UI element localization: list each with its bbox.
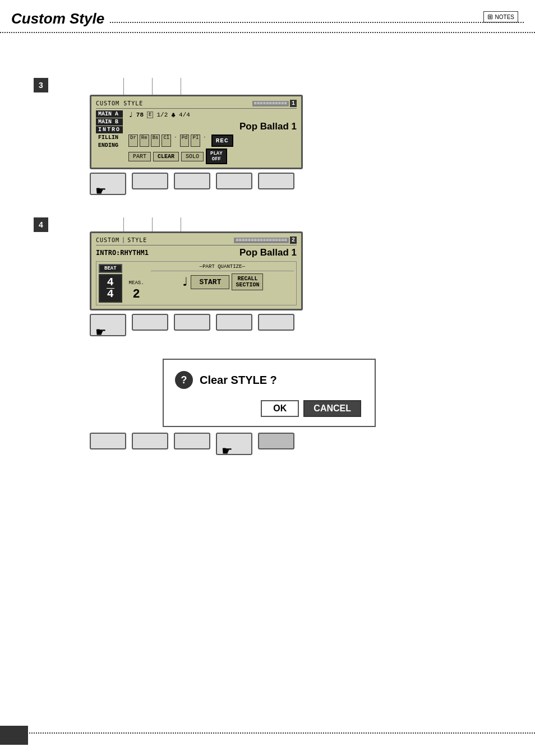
lcd1-track: 1	[290, 100, 297, 107]
hw-button-row-2: ☛	[90, 314, 524, 336]
step4-number: 4	[34, 217, 48, 232]
lcd1-timesig: 4/4	[179, 112, 190, 118]
page-title: Custom Style	[11, 10, 104, 27]
lcd1-part-btn[interactable]: PART	[128, 152, 151, 161]
dialog-text: Clear STYLE ?	[200, 374, 277, 387]
lcd2-beat-label: BEAT	[99, 264, 122, 273]
lcd2-meas-value: 2	[126, 286, 147, 303]
hw-button-12[interactable]	[132, 433, 168, 449]
lcd2-beat-section: BEAT 44	[99, 264, 122, 303]
step4-section: 4 CUSTOM STYLE ≡≡≡≡≡≡≡≡≡≡≡≡≡≡≡≡≡ 2	[17, 217, 524, 455]
hw-button-row-1: ☛	[90, 173, 524, 195]
lcd2-section: INTRO:RHYTHM1	[96, 249, 149, 257]
lcd2-recall-btn[interactable]: RECALLSECTION	[232, 273, 263, 290]
lcd2-start-btn[interactable]: START	[191, 275, 229, 289]
hw-button-10[interactable]	[258, 314, 294, 331]
hw-button-14[interactable]: ☛	[216, 433, 252, 455]
lcd2-quantize-label: —PART QUANTIZE—	[151, 264, 294, 271]
lcd2-meas-label: MEAS.	[126, 280, 147, 286]
lcd1-rec-btn[interactable]: REC	[211, 134, 233, 147]
notes-label: NOTES	[495, 14, 514, 20]
question-icon: ?	[175, 371, 193, 389]
dialog-cancel-btn[interactable]: CANCEL	[303, 400, 361, 417]
lcd2-meas-section: MEAS. 2	[126, 264, 147, 303]
hw-button-2[interactable]	[132, 173, 168, 189]
lcd1-control-btns: PART CLEAR SOLO PLAYOFF	[128, 149, 297, 164]
hw-button-8[interactable]	[174, 314, 210, 331]
lcd1-tempo: 78	[136, 112, 144, 118]
dialog-title: ? Clear STYLE ?	[175, 371, 361, 389]
lcd1-beat: 1/2	[156, 112, 168, 118]
footer-dots	[0, 732, 535, 734]
notes-badge: ⊞ NOTES	[483, 11, 518, 22]
step3-section: 3 CUSTOM STYLE ≡≡≡≡≡≡≡≡≡≡≡ 1	[17, 78, 524, 195]
lcd2-header-left: CUSTOM	[96, 237, 124, 243]
dialog-box: ? Clear STYLE ? OK CANCEL	[163, 359, 376, 427]
notes-icon: ⊞	[487, 13, 493, 21]
hand-icon-3: ☛	[222, 444, 233, 458]
hw-button-11[interactable]	[90, 433, 126, 449]
main-content: 3 CUSTOM STYLE ≡≡≡≡≡≡≡≡≡≡≡ 1	[0, 33, 535, 489]
lcd-screen-2: CUSTOM STYLE ≡≡≡≡≡≡≡≡≡≡≡≡≡≡≡≡≡ 2 INTRO:R…	[90, 231, 303, 310]
lcd2-header-right: STYLE	[124, 237, 147, 243]
hand-icon-1: ☛	[95, 184, 107, 198]
hw-button-13[interactable]	[174, 433, 210, 449]
step3-number: 3	[34, 78, 48, 92]
page-number-tab	[0, 726, 28, 745]
hand-icon-2: ☛	[95, 325, 107, 340]
hw-button-3[interactable]	[174, 173, 210, 189]
hw-button-1[interactable]: ☛	[90, 173, 126, 195]
lcd2-beat-value: 44	[99, 274, 122, 303]
lcd1-play-btn: PLAYOFF	[206, 149, 227, 164]
lcd2-quantize-section: —PART QUANTIZE— ♩ START RECALLSECTION	[151, 264, 294, 303]
hw-button-5[interactable]	[258, 173, 294, 189]
lcd1-right: ♩ 78 E 1/2 ♣ 4/4 Pop Ballad 1 Dr Re	[128, 110, 297, 164]
lcd-screen-1: CUSTOM STYLE ≡≡≡≡≡≡≡≡≡≡≡ 1 MAIN A MAIN B…	[90, 95, 303, 169]
lcd1-sections: MAIN A MAIN B INTRO FILLIN ENDING	[96, 110, 123, 150]
lcd1-header: CUSTOM STYLE	[96, 100, 143, 106]
hw-button-7[interactable]	[132, 314, 168, 331]
hw-button-15[interactable]	[258, 433, 294, 449]
lcd2-track: 2	[290, 236, 297, 244]
lcd1-clear-btn[interactable]: CLEAR	[153, 152, 179, 161]
lcd1-solo-btn[interactable]: SOLO	[181, 152, 204, 161]
lcd2-note-icon: ♩	[181, 275, 188, 290]
hw-button-6[interactable]: ☛	[90, 314, 126, 336]
dialog-buttons: OK CANCEL	[175, 400, 361, 417]
dialog-ok-btn[interactable]: OK	[261, 400, 299, 417]
header-dots	[110, 15, 524, 23]
hw-button-row-3: ☛	[90, 433, 524, 455]
lcd2-songname: Pop Ballad 1	[239, 247, 297, 258]
hw-button-9[interactable]	[216, 314, 252, 331]
hw-button-4[interactable]	[216, 173, 252, 189]
lcd1-songname: Pop Ballad 1	[128, 121, 297, 132]
page-header: Custom Style	[0, 0, 535, 33]
